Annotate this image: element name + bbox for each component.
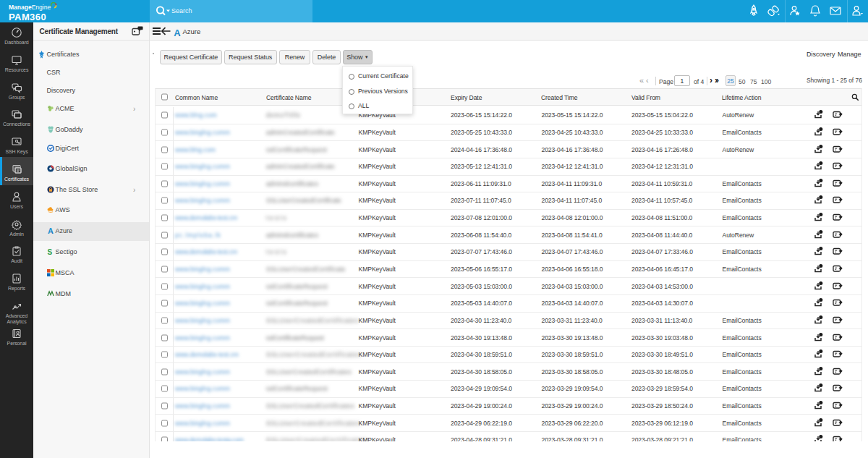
svg-text:A: A (48, 227, 54, 234)
svg-text:S: S (47, 248, 52, 255)
svg-text:A: A (174, 28, 181, 37)
